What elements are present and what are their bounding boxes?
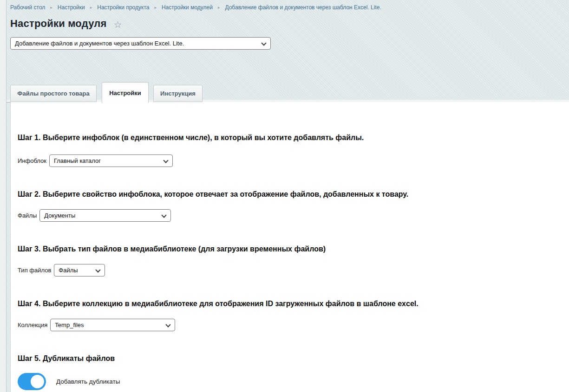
files-property-select-value: Документы (44, 212, 75, 219)
step2-field-row: Файлы Документы (18, 209, 171, 222)
chevron-down-icon (166, 322, 171, 327)
chevron-down-icon (96, 267, 101, 272)
step5-heading: Шаг 5. Дубликаты файлов (18, 354, 115, 363)
breadcrumb-item-current-module[interactable]: Добавление файлов и документов через шаб… (225, 4, 381, 11)
files-property-label: Файлы (18, 212, 37, 219)
file-type-select-value: Файлы (59, 267, 78, 274)
step4-heading: Шаг 4. Выберите коллекцию в медиабиблиот… (18, 300, 419, 308)
tab-simple-product-files[interactable]: Файлы простого товара (10, 85, 97, 102)
infoblock-select-value: Главный каталог (54, 157, 101, 164)
breadcrumb-item-product-settings[interactable]: Настройки продукта (97, 4, 149, 11)
collection-label: Коллекция (18, 321, 47, 328)
tab-label: Настройки (109, 90, 141, 96)
step4-field-row: Коллекция Temp_files (18, 319, 175, 331)
tab-label: Инструкция (160, 90, 196, 97)
files-property-select[interactable]: Документы (39, 209, 171, 222)
module-settings-page: Рабочий стол ▸ Настройки ▸ Настройки про… (0, 0, 569, 392)
chevron-down-icon (163, 158, 168, 163)
breadcrumb: Рабочий стол ▸ Настройки ▸ Настройки про… (10, 4, 564, 11)
step1-heading: Шаг 1. Выберите инфоблок (в единственном… (18, 134, 364, 142)
breadcrumb-separator-icon: ▸ (90, 6, 92, 10)
module-select[interactable]: Добавление файлов и документов через шаб… (10, 37, 271, 50)
step2-heading: Шаг 2. Выберите свойство инфоблока, кото… (18, 190, 408, 199)
left-rail (0, 0, 7, 392)
collection-select[interactable]: Temp_files (50, 319, 175, 331)
infoblock-label: Инфоблок (18, 157, 46, 164)
toggle-knob (31, 375, 44, 388)
step3-field-row: Тип файлов Файлы (18, 264, 105, 276)
module-select-value: Добавление файлов и документов через шаб… (15, 40, 184, 47)
breadcrumb-separator-icon: ▸ (50, 6, 52, 10)
tab-instruction[interactable]: Инструкция (153, 85, 203, 102)
step1-field-row: Инфоблок Главный каталог (18, 154, 173, 167)
file-type-select[interactable]: Файлы (54, 264, 105, 276)
breadcrumb-item-settings[interactable]: Настройки (58, 4, 85, 11)
chevron-down-icon (162, 212, 167, 218)
favorite-star-icon[interactable]: ☆ (114, 19, 122, 29)
collection-select-value: Temp_files (55, 321, 84, 328)
infoblock-select[interactable]: Главный каталог (49, 154, 173, 167)
add-duplicates-toggle[interactable] (18, 373, 46, 390)
breadcrumb-item-module-settings[interactable]: Настройки модулей (162, 4, 213, 11)
add-duplicates-label: Добавлять дубликаты (56, 378, 120, 385)
breadcrumb-item-desktop[interactable]: Рабочий стол (10, 4, 45, 11)
tab-settings[interactable]: Настройки (102, 82, 149, 103)
breadcrumb-separator-icon: ▸ (154, 6, 157, 10)
tab-label: Файлы простого товара (17, 90, 89, 97)
file-type-label: Тип файлов (18, 267, 51, 274)
breadcrumb-separator-icon: ▸ (218, 6, 220, 10)
page-title: Настройки модуля (10, 18, 107, 30)
step3-heading: Шаг 3. Выбрать тип файлов в медиабиблиот… (18, 245, 326, 253)
title-row: Настройки модуля ☆ (10, 18, 122, 30)
step5-toggle-row: Добавлять дубликаты (18, 373, 120, 390)
chevron-down-icon (261, 40, 266, 45)
